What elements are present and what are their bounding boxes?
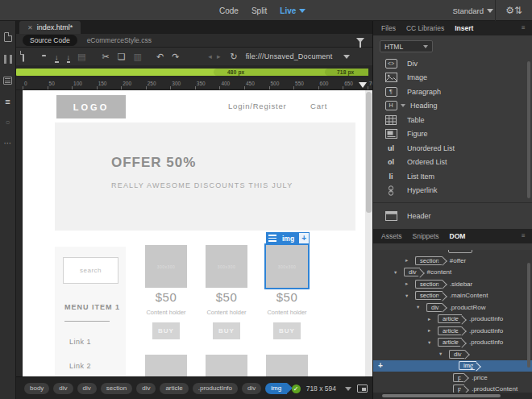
dom-tag-pill[interactable]: section [415,280,443,289]
workspace-switcher[interactable]: Standard [452,0,493,21]
dom-node-p.price[interactable]: p.price [373,372,532,384]
dom-tag-pill[interactable]: div [449,350,465,359]
more-icon[interactable]: ⋯ [4,139,12,148]
insert-item-table[interactable]: Table [373,113,532,127]
insert-item-hyperlink[interactable]: Hyperlink [373,184,532,198]
window-size-dropdown-icon[interactable] [345,387,351,391]
extract-icon[interactable] [4,55,12,64]
tag-selector-item-div[interactable]: div [53,383,73,394]
dom-horizontal-scrollbar[interactable] [373,393,532,399]
hamburger-icon[interactable] [266,232,278,244]
buy-button[interactable]: BUY [152,322,180,339]
dom-tag-pill[interactable]: p [453,384,464,393]
media-query-bar[interactable]: 480 px 718 px [16,69,368,76]
panel-menu-icon[interactable]: ≡ [522,233,529,239]
live-view-button[interactable]: Live [280,6,305,15]
live-source-icon[interactable]: ≡ [5,98,10,106]
copy-icon[interactable]: ❏ [118,52,126,62]
caret-open-icon[interactable]: ▾ [428,339,430,346]
lint-ok-icon[interactable]: ✓ [292,384,301,393]
live-view-dropdown-icon[interactable] [299,9,305,13]
caret-closed-icon[interactable]: ▸ [405,257,408,264]
address-bar[interactable]: file:///Unsaved_Document [246,52,333,60]
insert-item-paragraph[interactable]: ¶Paragraph [373,85,532,99]
caret-open-icon[interactable]: ▾ [439,351,442,357]
product-image-placeholder[interactable]: 300x300 [206,245,247,288]
filter-icon[interactable] [356,38,364,43]
address-dropdown-icon[interactable] [343,55,350,59]
add-icon[interactable]: + [298,232,310,244]
device-preview-icon[interactable] [357,384,368,393]
dom-node-div.productRow[interactable]: ▾div.productRow [373,301,532,314]
dom-node-article.productInfo[interactable]: ▸article.productInfo [373,325,532,337]
close-tab-icon[interactable]: ✕ [27,24,33,31]
tag-selector-item-article[interactable]: article [160,383,188,394]
buy-button[interactable]: BUY [273,322,301,339]
product-image-placeholder[interactable]: 300x300 [266,245,308,288]
dom-tag-pill[interactable]: p [453,373,464,382]
insert-category-select[interactable]: HTML [380,40,433,52]
tab-files[interactable]: Files [381,24,396,32]
dom-tag-pill[interactable]: div [404,268,420,276]
dom-tag-pill[interactable]: section [415,256,443,265]
snippets-panel-icon[interactable] [3,77,12,85]
dom-tag-pill[interactable]: div [426,303,443,312]
code-view-button[interactable]: Code [219,6,239,15]
tag-selector-item-productInfo[interactable]: .productInfo [193,383,238,394]
insert-item-header[interactable]: Header [373,209,532,223]
caret-open-icon[interactable]: ▾ [405,293,408,299]
dom-node-p.productContent[interactable]: p.productContent [373,384,532,393]
dom-node-article.productInfo[interactable]: ▸article.productInfo [373,314,532,326]
dom-node-div[interactable]: ▾div [373,348,532,360]
insert-item-ordered-list[interactable]: olOrdered List [373,156,532,170]
buy-button[interactable]: BUY [213,322,240,339]
ruler-marker-icon[interactable] [359,82,367,88]
canvas-scrollbar[interactable] [365,90,372,376]
search-input[interactable]: search [63,257,118,284]
refresh-icon[interactable]: ↻ [230,52,237,62]
hud-tag-label[interactable]: img [278,232,298,244]
new-file-icon[interactable] [23,52,24,61]
undo-icon[interactable]: ↶ [156,52,164,62]
cart-link[interactable]: Cart [310,102,327,110]
insert-item-unordered-list[interactable]: ulUnordered List [373,141,532,156]
caret-open-icon[interactable]: ▾ [417,304,419,310]
sync-settings-button[interactable]: ⚙⇅ [495,0,522,21]
split-view-button[interactable]: Split [251,6,267,15]
element-display-hud[interactable]: img + [266,232,310,244]
dom-scrollbar[interactable] [527,263,530,368]
tab-dom[interactable]: DOM [450,232,466,240]
dom-tag-pill[interactable]: article [438,338,462,347]
target-icon[interactable]: ○ [5,118,10,127]
caret-open-icon[interactable]: ▾ [394,269,397,276]
tab-cc-libraries[interactable]: CC Libraries [406,24,444,32]
insert-scrollbar[interactable] [527,61,530,198]
file-icon[interactable] [4,32,12,42]
tag-selector-item-img[interactable]: img [265,383,287,394]
caret-closed-icon[interactable]: ▸ [428,327,430,334]
dom-node-section#offer[interactable]: ▸section#offer [373,255,532,267]
insert-item-list-item[interactable]: liList Item [373,169,532,184]
tag-selector-item-body[interactable]: body [24,383,49,394]
tab-insert[interactable]: Insert [455,24,473,32]
add-element-icon[interactable]: + [378,361,383,370]
dom-node-div#content[interactable]: ▾div#content [373,267,532,279]
sidebar-link[interactable]: Link 1 [69,338,91,346]
redo-icon[interactable]: ↷ [172,52,179,62]
dom-tag-pill[interactable]: article [438,314,462,323]
insert-item-heading[interactable]: HHeading [373,99,532,114]
dom-node-img[interactable]: +img [373,360,532,372]
window-size-value[interactable]: 718 x 594 [306,384,336,393]
tab-snippets[interactable]: Snippets [413,232,439,240]
panel-menu-icon[interactable]: ≡ [522,25,529,31]
insert-item-figure[interactable]: Figure [373,127,532,142]
save-all-icon[interactable]: ↓ [67,52,71,61]
dom-tag-pill[interactable]: img [459,361,476,370]
cut-icon[interactable]: ✂ [102,52,109,62]
sidebar-link[interactable]: Link 2 [69,362,91,370]
dom-node-article.productInfo[interactable]: ▾article.productInfo [373,337,532,349]
dom-node-section.mainContent[interactable]: ▾section.mainContent [373,290,532,302]
caret-closed-icon[interactable]: ▸ [428,316,430,322]
related-css-file[interactable]: eCommerceStyle.css [87,36,152,44]
tag-selector-item-section[interactable]: section [101,383,132,394]
